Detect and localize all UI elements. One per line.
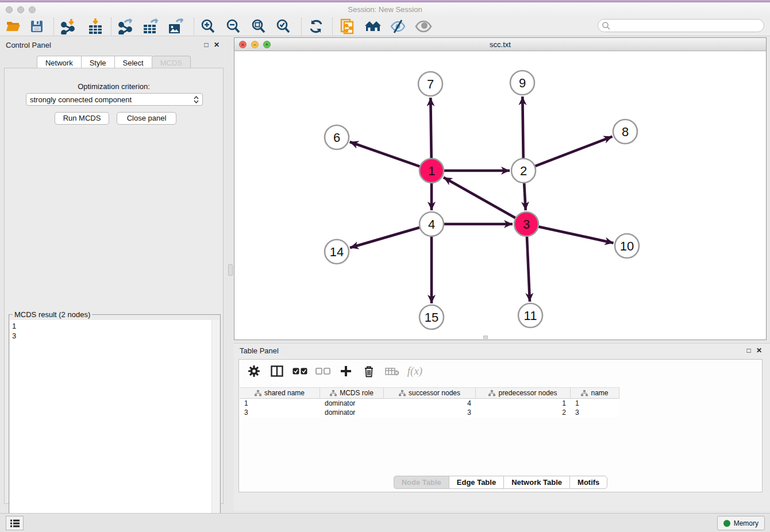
- mcds-result-group: MCDS result (2 nodes) 1 3: [9, 314, 221, 531]
- task-history-icon[interactable]: [6, 516, 24, 530]
- zoom-selected-icon[interactable]: [274, 18, 293, 34]
- cell[interactable]: 3: [384, 408, 476, 417]
- control-panel-title: Control Panel: [6, 41, 201, 49]
- import-table-icon[interactable]: [86, 18, 105, 34]
- close-table-panel-icon[interactable]: ✕: [754, 346, 764, 354]
- table-panel: Table Panel □ ✕: [234, 343, 770, 511]
- vertical-splitter-handle[interactable]: [228, 264, 233, 276]
- export-table-icon[interactable]: [141, 18, 160, 34]
- network-window-titlebar[interactable]: × − + scc.txt: [234, 38, 766, 51]
- tab-node-table[interactable]: Node Table: [394, 476, 449, 489]
- status-bar: Memory: [0, 513, 770, 532]
- table-settings-icon[interactable]: [245, 363, 263, 380]
- add-row-icon[interactable]: [337, 363, 355, 380]
- zoom-fit-icon[interactable]: [249, 18, 268, 34]
- network-window-title: scc.txt: [490, 40, 511, 49]
- cell[interactable]: 2: [476, 408, 571, 417]
- column-header-predecessor-nodes[interactable]: predecessor nodes: [476, 388, 571, 398]
- cell[interactable]: 3: [240, 408, 320, 417]
- result-scrollbar[interactable]: [211, 320, 220, 531]
- home-view-icon[interactable]: [363, 18, 383, 34]
- table-row[interactable]: 3dominator323: [240, 408, 619, 417]
- network-canvas[interactable]: 7968124314101511: [234, 51, 766, 340]
- edge-2-8[interactable]: [534, 137, 613, 167]
- node-label-10: 10: [620, 239, 634, 253]
- edge-1-7[interactable]: [430, 98, 431, 160]
- export-image-icon[interactable]: [166, 18, 186, 34]
- tab-network-table[interactable]: Network Table: [503, 476, 569, 489]
- mcds-tab-content: Optimization criterion: strongly connect…: [4, 68, 224, 504]
- mcds-result-textarea[interactable]: 1 3: [10, 320, 212, 531]
- node-label-3: 3: [523, 217, 530, 232]
- edge-3-10[interactable]: [537, 226, 614, 243]
- delete-row-icon[interactable]: [360, 363, 378, 380]
- application-window: Session: New Session: [0, 0, 770, 532]
- toolbar-separator: [53, 18, 54, 35]
- edge-3-1[interactable]: [444, 178, 517, 219]
- hide-selected-icon[interactable]: [388, 18, 407, 34]
- close-panel-button[interactable]: Close panel: [117, 112, 176, 125]
- horizontal-splitter-handle[interactable]: [483, 336, 488, 339]
- node-table: shared nameMCDS rolesuccessor nodesprede…: [240, 387, 619, 417]
- maximize-window-button[interactable]: [29, 6, 36, 13]
- table-row[interactable]: 1dominator411: [240, 399, 619, 408]
- memory-button[interactable]: Memory: [717, 516, 765, 530]
- function-builder-icon[interactable]: f(x): [406, 363, 424, 380]
- criterion-dropdown[interactable]: strongly connected component: [26, 93, 203, 106]
- search-input[interactable]: [611, 21, 764, 31]
- cell[interactable]: dominator: [320, 408, 384, 417]
- cell[interactable]: 1: [240, 399, 320, 408]
- tab-motifs[interactable]: Motifs: [569, 476, 607, 489]
- toolbar-separator: [332, 18, 333, 35]
- criterion-value: strongly connected component: [30, 95, 132, 104]
- node-label-15: 15: [425, 310, 438, 325]
- close-network-icon[interactable]: ×: [239, 41, 247, 48]
- node-label-9: 9: [519, 76, 526, 90]
- zoom-in-icon[interactable]: [198, 18, 218, 34]
- node-label-4: 4: [428, 217, 435, 232]
- minimize-window-button[interactable]: [17, 6, 24, 13]
- column-header-name[interactable]: name: [571, 388, 619, 398]
- open-session-icon[interactable]: [3, 18, 23, 34]
- clear-table-icon[interactable]: [383, 363, 401, 380]
- edge-2-9[interactable]: [522, 97, 523, 160]
- deselect-all-checkbox-icon[interactable]: [314, 363, 332, 380]
- export-network-icon[interactable]: [116, 18, 135, 34]
- zoom-out-icon[interactable]: [224, 18, 243, 34]
- cell[interactable]: 1: [571, 399, 619, 408]
- toolbar-separator: [111, 18, 111, 35]
- column-header-successor-nodes[interactable]: successor nodes: [384, 388, 476, 398]
- edge-2-3[interactable]: [524, 182, 526, 210]
- maximize-network-icon[interactable]: +: [263, 41, 271, 48]
- tab-edge-table[interactable]: Edge Table: [449, 476, 503, 489]
- memory-status-icon: [723, 520, 730, 527]
- float-table-panel-icon[interactable]: □: [744, 346, 754, 354]
- clone-network-icon[interactable]: [338, 18, 357, 34]
- import-network-icon[interactable]: [58, 18, 78, 34]
- minimize-network-icon[interactable]: −: [251, 41, 259, 48]
- column-header-shared-name[interactable]: shared name: [240, 388, 320, 398]
- float-panel-icon[interactable]: □: [201, 41, 211, 49]
- toolbar-separator: [194, 18, 194, 35]
- window-title: Session: New Session: [348, 5, 422, 14]
- edge-1-6[interactable]: [350, 142, 421, 167]
- show-all-icon[interactable]: [414, 18, 433, 34]
- cell[interactable]: dominator: [320, 399, 384, 408]
- save-session-icon[interactable]: [27, 18, 47, 34]
- cell[interactable]: 1: [476, 399, 571, 408]
- edge-4-14[interactable]: [350, 227, 421, 248]
- close-panel-icon[interactable]: ✕: [211, 41, 222, 49]
- node-label-11: 11: [524, 309, 537, 323]
- edge-3-11[interactable]: [527, 235, 530, 302]
- split-view-icon[interactable]: [268, 363, 286, 380]
- column-header-MCDS-role[interactable]: MCDS role: [320, 388, 384, 398]
- run-mcds-button[interactable]: Run MCDS: [55, 112, 109, 125]
- cell[interactable]: 4: [384, 399, 476, 408]
- cell[interactable]: 3: [571, 408, 619, 417]
- apply-layout-icon[interactable]: [306, 18, 326, 34]
- select-all-checkbox-icon[interactable]: [291, 363, 309, 380]
- close-window-button[interactable]: [6, 6, 13, 13]
- mcds-result-title: MCDS result (2 nodes): [13, 310, 92, 319]
- memory-label: Memory: [734, 519, 759, 527]
- node-label-1: 1: [428, 164, 435, 178]
